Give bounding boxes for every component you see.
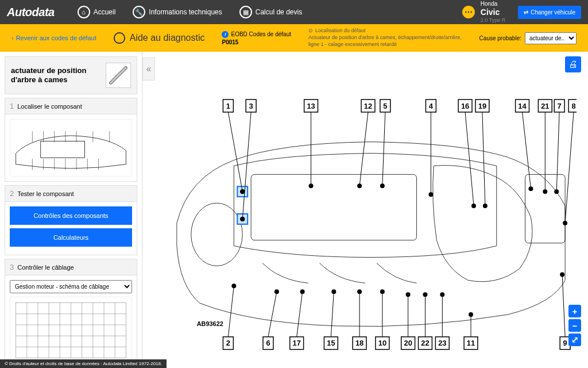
context-bar: ‹ Revenir aux codes de défaut Aide au di…: [0, 24, 588, 52]
target-icon: ⊙: [308, 28, 313, 34]
nav-items: ⌂ Accueil 🔧 Informations techniques ▦ Ca…: [78, 6, 462, 18]
locate-thumb[interactable]: [10, 119, 132, 177]
svg-line-1: [111, 68, 126, 83]
diagram-ref: AB93622: [197, 320, 223, 327]
nav-quote[interactable]: ▦ Calcul de devis: [239, 6, 302, 18]
svg-text:6: 6: [266, 339, 270, 347]
svg-text:15: 15: [327, 339, 335, 347]
svg-text:14: 14: [518, 102, 527, 110]
vehicle-info: Honda Civic 2.0 Type R: [481, 1, 505, 24]
wiring-select[interactable]: Gestion moteur - schéma de câblage: [10, 280, 132, 293]
zoom-reset-button[interactable]: ⤢: [568, 334, 581, 346]
home-icon: ⌂: [78, 6, 90, 18]
sidebar: actuateur de position d'arbre à cames 1 …: [0, 52, 142, 360]
zoom-out-button[interactable]: −: [568, 319, 581, 332]
step1-header: 1 Localiser le composant: [5, 98, 137, 114]
svg-line-100: [331, 292, 334, 337]
svg-point-121: [440, 292, 444, 297]
svg-point-81: [554, 189, 559, 194]
footer-copyright: © Droits d'auteur et droits de base de d…: [0, 359, 167, 368]
back-label: Revenir aux codes de défaut: [16, 34, 96, 41]
svg-point-45: [240, 217, 245, 221]
svg-text:16: 16: [461, 102, 469, 110]
loc-title: Localisation du défaut: [315, 28, 366, 34]
engine-diagram[interactable]: 131312541619142178 2617151810202223119 A…: [165, 63, 577, 360]
step2-num: 2: [10, 189, 14, 198]
svg-text:9: 9: [563, 339, 567, 347]
svg-point-73: [528, 186, 533, 191]
svg-line-68: [482, 112, 485, 206]
svg-text:7: 7: [558, 102, 562, 110]
back-link[interactable]: ‹ Revenir aux codes de défaut: [11, 34, 96, 41]
print-button[interactable]: 🖨: [565, 56, 581, 72]
info-icon: i: [222, 31, 229, 38]
step3-body: Gestion moteur - schéma de câblage: [5, 275, 137, 360]
fault-code: P0015: [222, 39, 291, 45]
vehicle-model: Civic: [481, 7, 505, 17]
vehicle-box: ⋯ Honda Civic 2.0 Type R ⇄ Changer véhic…: [462, 1, 581, 24]
svg-text:20: 20: [404, 339, 412, 347]
bulb-icon: [114, 32, 125, 44]
nav-home-label: Accueil: [94, 8, 116, 16]
svg-text:17: 17: [293, 339, 301, 347]
nav-home[interactable]: ⌂ Accueil: [78, 6, 116, 18]
svg-line-72: [523, 112, 531, 189]
aid-title-text: Aide au diagnostic: [130, 33, 205, 43]
step2-body: Contrôles des composants Calculateurs: [5, 202, 137, 255]
svg-text:12: 12: [364, 102, 372, 110]
step1-label: Localiser le composant: [17, 103, 82, 110]
wrench-icon: 🔧: [133, 6, 145, 18]
zoom-in-button[interactable]: +: [568, 305, 581, 317]
svg-point-101: [331, 289, 336, 294]
cause-label: Cause probable:: [479, 35, 521, 41]
svg-point-109: [380, 289, 385, 294]
change-vehicle-button[interactable]: ⇄ Changer véhicule: [518, 6, 581, 19]
svg-rect-31: [251, 174, 416, 240]
vehicle-make: Honda: [481, 1, 505, 7]
svg-point-85: [563, 221, 567, 225]
wiring-thumb[interactable]: [10, 297, 132, 360]
svg-text:13: 13: [307, 102, 315, 110]
aid-title: Aide au diagnostic: [114, 32, 205, 44]
svg-point-77: [543, 189, 547, 194]
svg-point-105: [357, 289, 362, 294]
svg-point-117: [423, 292, 427, 297]
top-nav: Autodata ⌂ Accueil 🔧 Informations techni…: [0, 0, 588, 24]
ecus-button[interactable]: Calculateurs: [10, 228, 132, 247]
nav-tech[interactable]: 🔧 Informations techniques: [133, 6, 222, 18]
svg-point-89: [231, 283, 236, 288]
cause-select[interactable]: actuateur de...: [525, 32, 577, 44]
svg-text:18: 18: [355, 339, 363, 347]
svg-line-92: [268, 292, 277, 337]
step1-num: 1: [10, 102, 14, 110]
svg-point-49: [309, 183, 314, 188]
svg-point-41: [240, 189, 245, 194]
svg-point-57: [380, 183, 385, 188]
svg-text:1: 1: [226, 102, 230, 110]
svg-line-56: [382, 112, 385, 186]
svg-line-128: [562, 274, 565, 336]
svg-text:11: 11: [467, 339, 475, 347]
svg-text:10: 10: [378, 339, 386, 347]
step3-label: Contrôler le câblage: [17, 264, 74, 271]
svg-text:8: 8: [571, 102, 575, 110]
component-thumb: [106, 63, 131, 88]
svg-point-113: [406, 292, 411, 297]
component-controls-button[interactable]: Contrôles des composants: [10, 206, 132, 225]
diagram-area: 🖨 131312541619142178 2617151810202223119…: [142, 52, 588, 360]
fault-location: ⊙ Localisation du défaut Actuateur de po…: [308, 28, 462, 48]
svg-text:23: 23: [438, 339, 446, 347]
svg-line-84: [565, 112, 574, 223]
zoom-controls: + − ⤢: [568, 305, 581, 346]
svg-text:19: 19: [478, 102, 486, 110]
more-icon[interactable]: ⋯: [462, 6, 475, 18]
svg-point-93: [274, 289, 279, 294]
step2-header: 2 Tester le composant: [5, 185, 137, 202]
main-area: actuateur de position d'arbre à cames 1 …: [0, 52, 588, 360]
svg-line-88: [228, 286, 234, 337]
svg-text:3: 3: [249, 102, 253, 110]
print-icon: 🖨: [568, 59, 578, 70]
svg-line-96: [297, 292, 303, 337]
svg-point-53: [357, 183, 362, 188]
code-block: i EOBD Codes de défaut P0015: [222, 31, 291, 45]
